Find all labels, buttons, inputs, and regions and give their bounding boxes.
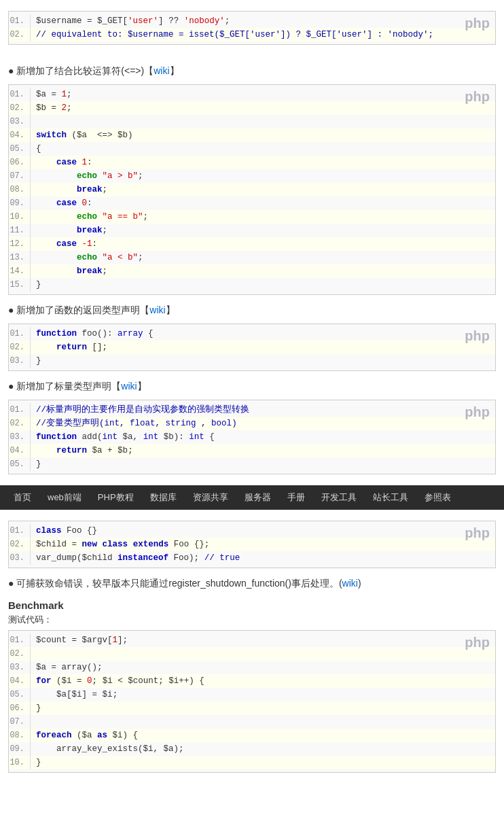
nav-server[interactable]: 服务器 (236, 485, 279, 510)
code-line: 06. case 1: (9, 156, 495, 169)
wiki-link-1[interactable]: wiki (154, 65, 169, 76)
wiki-link-2[interactable]: wiki (149, 304, 165, 315)
code-line: 04. switch ($a <=> $b) (9, 128, 495, 142)
bullet-3: 新增加了标量类型声明【wiki】 (8, 381, 496, 393)
code-line: 01. function foo(): array { (9, 327, 495, 341)
code-line: 01. $username = $_GET['user'] ?? 'nobody… (9, 14, 495, 28)
code-line: 06. } (9, 701, 495, 715)
code-line: 10. echo "a == b"; (9, 210, 495, 224)
code-line: 01. $count = $argv[1]; (9, 633, 495, 647)
navbar: 首页 web前端 PHP教程 数据库 资源共享 服务器 手册 开发工具 站长工具… (0, 485, 504, 510)
wiki-link-4[interactable]: wiki (342, 578, 358, 589)
bullet-4: ● 可捕获致命错误，较早版本只能通过register_shutdown_func… (8, 578, 496, 590)
code-block-6: 01. $count = $argv[1]; 02. 03. $a = arra… (8, 630, 496, 773)
nav-php[interactable]: PHP教程 (90, 485, 142, 510)
nav-manual[interactable]: 手册 (279, 485, 313, 510)
code-line: 09. case 0: (9, 196, 495, 210)
code-line: 14. break; (9, 264, 495, 278)
code-line: 03. } (9, 354, 495, 368)
code-line: 02. //变量类型声明(int, float, string , bool) (9, 417, 495, 430)
code-line: 11. break; (9, 224, 495, 237)
code-line: 05. $a[$i] = $i; (9, 688, 495, 701)
code-block-5: 01. class Foo {} 02. $child = new class … (8, 521, 496, 568)
benchmark-title: Benchmark (8, 599, 496, 611)
php-badge: php (465, 635, 490, 650)
code-line: 03. $a = array(); (9, 661, 495, 674)
code-line: 02. // equivalent to: $username = isset(… (9, 28, 495, 41)
php-badge: php (465, 404, 490, 420)
code-block-1: 01. $username = $_GET['user'] ?? 'nobody… (8, 11, 496, 45)
code-line: 15. } (9, 278, 495, 292)
code-line: 13. echo "a < b"; (9, 251, 495, 264)
php-badge: php (465, 16, 490, 31)
nav-home[interactable]: 首页 (5, 485, 39, 510)
code-line: 10. } (9, 756, 495, 769)
code-line: 08. break; (9, 183, 495, 196)
nav-ref[interactable]: 参照表 (416, 485, 459, 510)
code-line: 01. //标量声明的主要作用是自动实现参数的强制类型转换 (9, 403, 495, 417)
code-line: 02. (9, 647, 495, 661)
php-badge: php (465, 525, 490, 541)
wiki-link-3[interactable]: wiki (121, 381, 137, 391)
nav-resource[interactable]: 资源共享 (185, 485, 236, 510)
benchmark-sub: 测试代码： (8, 614, 496, 626)
nav-devtools[interactable]: 开发工具 (313, 485, 365, 510)
code-line: 12. case -1: (9, 237, 495, 251)
bullet-1: 新增加了结合比较运算符(<=>)【wiki】 (8, 65, 496, 77)
code-line: 04. return $a + $b; (9, 444, 495, 457)
code-line: 04. for ($i = 0; $i < $count; $i++) { (9, 674, 495, 688)
php-badge: php (465, 89, 490, 105)
code-line: 09. array_key_exists($i, $a); (9, 742, 495, 756)
code-line: 05. } (9, 457, 495, 471)
code-line: 02. return []; (9, 341, 495, 354)
code-block-4: 01. //标量声明的主要作用是自动实现参数的强制类型转换 02. //变量类型… (8, 400, 496, 474)
code-block-3: 01. function foo(): array { 02. return [… (8, 324, 496, 371)
php-badge: php (465, 328, 490, 344)
code-line: 08. foreach ($a as $i) { (9, 729, 495, 742)
code-line: 03. var_dump($child instanceof Foo); // … (9, 551, 495, 565)
code-line: 01. $a = 1; (9, 88, 495, 101)
code-block-2: 01. $a = 1; 02. $b = 2; 03. 04. switch (… (8, 84, 496, 295)
code-line: 02. $child = new class extends Foo {}; (9, 538, 495, 551)
code-line: 07. echo "a > b"; (9, 169, 495, 183)
bullet-2: 新增加了函数的返回类型声明【wiki】 (8, 304, 496, 317)
nav-web[interactable]: web前端 (39, 485, 90, 510)
code-line: 05. { (9, 142, 495, 156)
code-line: 02. $b = 2; (9, 101, 495, 115)
code-line: 03. function add(int $a, int $b): int { (9, 430, 495, 444)
nav-sitetools[interactable]: 站长工具 (365, 485, 416, 510)
nav-db[interactable]: 数据库 (142, 485, 185, 510)
code-line: 07. (9, 715, 495, 729)
code-line: 03. (9, 115, 495, 128)
code-line: 01. class Foo {} (9, 524, 495, 538)
